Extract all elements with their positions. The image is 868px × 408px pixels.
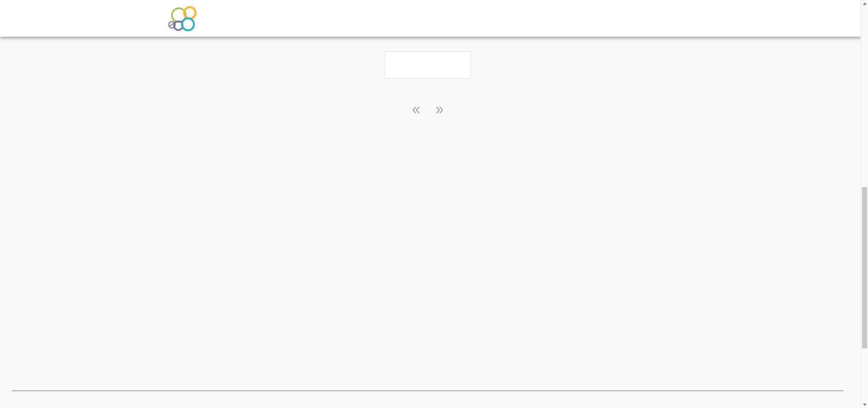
price-mode-toggle [385,51,471,79]
logo[interactable] [166,6,204,31]
page-scrollbar[interactable] [861,0,868,408]
scrollbar-thumb[interactable] [862,187,867,348]
brutto-toggle-button[interactable] [428,52,470,78]
next-day-button[interactable] [434,105,445,116]
date-navigation [0,105,856,116]
previous-day-button[interactable] [411,105,422,116]
scroll-down-arrow[interactable] [861,401,868,408]
forecast-bars [12,127,843,260]
netto-toggle-button[interactable] [385,52,428,78]
double-chevron-right-icon [435,109,444,116]
header [0,0,861,37]
price-chart [0,257,861,408]
main-nav [468,0,547,37]
x-axis-line [12,391,843,391]
double-chevron-left-icon [412,109,421,116]
price-bars [12,257,843,391]
awattar-logo-icon [166,6,199,31]
scroll-up-arrow[interactable] [861,0,868,7]
renewable-forecast-chart [0,127,861,260]
